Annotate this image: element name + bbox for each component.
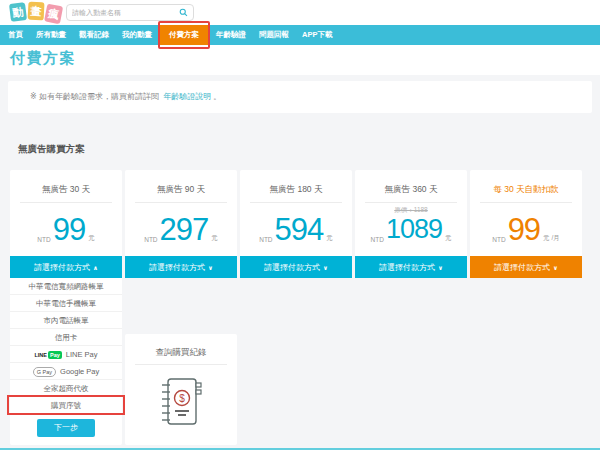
chevron-down-icon: ∨ [323, 264, 328, 271]
payment-method-serial-number[interactable]: 購買序號 [10, 397, 122, 414]
select-payment-button[interactable]: 請選擇付款方式 ∨ [355, 256, 467, 278]
price-value: 594 [275, 212, 324, 248]
purchase-history-title: 查詢購買紀錄 [125, 334, 237, 360]
nav-item-all-anime[interactable]: 所有動畫 [31, 25, 71, 45]
select-payment-button[interactable]: 請選擇付款方式 ∨ [470, 256, 582, 278]
price-row: NTD 99 元 /月 [470, 203, 582, 256]
price-value: 99 [508, 212, 540, 248]
nav-item-my-anime[interactable]: 我的動畫 [117, 25, 157, 45]
line-pay-badge-icon: Pay [48, 351, 62, 359]
plan-cards: 無廣告 30 天 NTD 99 元 請選擇付款方式 ∧ 中華電信寬頻網路帳單 中… [10, 170, 582, 445]
search-box[interactable] [66, 4, 194, 21]
divider [135, 364, 227, 365]
ledger-notebook-icon[interactable]: $ [158, 374, 204, 430]
logo-tile: 動 [9, 2, 27, 22]
payment-method-familymart[interactable]: 全家超商代收 [10, 380, 122, 397]
currency-label: NTD [37, 236, 50, 243]
plan-card-360-days: 無廣告 360 天 原價：1188 NTD 1089 元 請選擇付款方式 ∨ [355, 170, 467, 278]
plan-card-180-days: 無廣告 180 天 NTD 594 元 請選擇付款方式 ∨ [240, 170, 352, 278]
button-label: 請選擇付款方式 [494, 262, 550, 273]
logo-tile: 畫 [28, 2, 45, 21]
price-value: 1089 [386, 214, 442, 245]
svg-text:$: $ [179, 393, 185, 404]
price-row: 原價：1188 NTD 1089 元 [355, 203, 467, 256]
plan-card-90-days: 無廣告 90 天 NTD 297 元 請選擇付款方式 ∨ [125, 170, 237, 278]
search-input[interactable] [72, 9, 179, 16]
currency-label: NTD [371, 236, 384, 243]
age-verification-link[interactable]: 年齡驗證說明 [163, 92, 211, 101]
nav-item-feedback[interactable]: 問題回報 [254, 25, 294, 45]
page-title: 付費方案 [10, 49, 76, 68]
plan-title: 無廣告 180 天 [240, 170, 352, 198]
google-pay-logo: G Pay [33, 367, 56, 377]
plan-card-30-days: 無廣告 30 天 NTD 99 元 請選擇付款方式 ∧ 中華電信寬頻網路帳單 中… [10, 170, 122, 445]
select-payment-button[interactable]: 請選擇付款方式 ∨ [125, 256, 237, 278]
price-unit: 元 [211, 234, 218, 243]
price-unit: 元 [88, 234, 95, 243]
price-unit: 元 [445, 234, 452, 243]
chevron-down-icon: ∨ [553, 264, 558, 271]
button-label: 請選擇付款方式 [34, 262, 90, 273]
select-payment-button[interactable]: 請選擇付款方式 ∧ [10, 256, 122, 278]
search-icon[interactable] [179, 8, 188, 17]
original-price: 原價：1188 [355, 206, 467, 215]
nav-item-watch-history[interactable]: 觀看記錄 [74, 25, 114, 45]
nav-item-home[interactable]: 首頁 [3, 25, 28, 45]
currency-label: NTD [492, 236, 505, 243]
nav-item-age-verification[interactable]: 年齡驗證 [211, 25, 251, 45]
payment-method-label: 購買序號 [51, 401, 81, 410]
payment-method-google-pay[interactable]: G Pay Google Pay [10, 363, 122, 380]
payment-method-label: Google Pay [60, 367, 99, 376]
plan-card-monthly-auto: 每 30 天自動扣款 NTD 99 元 /月 請選擇付款方式 ∨ [470, 170, 582, 278]
nav-item-app-download[interactable]: APP下載 [297, 25, 337, 45]
payment-method-credit-card[interactable]: 信用卡 [10, 329, 122, 346]
button-label: 請選擇付款方式 [264, 262, 320, 273]
price-row: NTD 297 元 [125, 203, 237, 256]
header: 動 畫 瘋 [0, 0, 600, 25]
plan-title: 無廣告 360 天 [355, 170, 467, 198]
purchase-history-card[interactable]: 查詢購買紀錄 $ [125, 334, 237, 445]
currency-label: NTD [144, 236, 157, 243]
price-row: NTD 594 元 [240, 203, 352, 256]
notice-text: ※ 如有年齡驗證需求，購買前請詳閱 [30, 92, 159, 101]
chevron-down-icon: ∨ [438, 264, 443, 271]
chevron-down-icon: ∨ [208, 264, 213, 271]
logo-tile: 瘋 [44, 4, 63, 25]
payment-method-landline[interactable]: 市內電話帳單 [10, 312, 122, 329]
section-title: 無廣告購買方案 [18, 143, 85, 156]
plan-title: 無廣告 30 天 [10, 170, 122, 198]
payment-method-cht-mobile[interactable]: 中華電信手機帳單 [10, 295, 122, 312]
main-nav: 首頁 所有動畫 觀看記錄 我的動畫 付費方案 年齡驗證 問題回報 APP下載 [0, 25, 600, 45]
nav-item-label: 付費方案 [169, 30, 199, 39]
payment-method-line-pay[interactable]: LINEPay LINE Pay [10, 346, 122, 363]
button-label: 請選擇付款方式 [149, 262, 205, 273]
nav-item-payment-plans[interactable]: 付費方案 [160, 25, 208, 45]
price-row: NTD 99 元 [10, 203, 122, 256]
site-logo[interactable]: 動 畫 瘋 [10, 3, 62, 21]
select-payment-button[interactable]: 請選擇付款方式 ∨ [240, 256, 352, 278]
price-unit: 元 /月 [543, 234, 560, 243]
line-pay-logo: LINE [34, 352, 47, 358]
payment-method-label: LINE Pay [66, 350, 98, 359]
notice-suffix: 。 [213, 92, 221, 101]
currency-label: NTD [259, 236, 272, 243]
plan-title: 無廣告 90 天 [125, 170, 237, 198]
button-label: 請選擇付款方式 [379, 262, 435, 273]
price-value: 99 [53, 212, 85, 248]
age-verification-notice: ※ 如有年齡驗證需求，購買前請詳閱 年齡驗證說明。 [8, 81, 592, 113]
payment-method-cht-broadband[interactable]: 中華電信寬頻網路帳單 [10, 278, 122, 295]
next-step-button[interactable]: 下一步 [37, 419, 95, 437]
price-value: 297 [160, 212, 209, 248]
price-unit: 元 [326, 234, 333, 243]
plan-title: 每 30 天自動扣款 [470, 170, 582, 198]
chevron-up-icon: ∧ [93, 264, 98, 271]
